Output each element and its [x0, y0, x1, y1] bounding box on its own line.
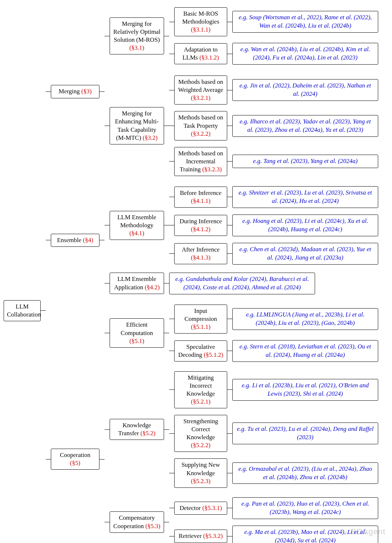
node-ensemble-before: Before Inference (§4.1.1): [174, 187, 227, 208]
node-mros-basic: Basic M-ROS Methodologies (§3.1.1): [174, 7, 227, 36]
leaf-speculative: e.g. Stern et al. (2018), Leviathan et a…: [232, 340, 378, 362]
leaf-mmtc-weighted: e.g. Jin et al. (2022), Daheim et al. (2…: [232, 79, 378, 101]
node-merging: Merging (§3): [51, 85, 99, 98]
leaf-ensemble-app: e.g. Gundabathula and Kolar (2024), Bara…: [169, 273, 315, 294]
node-ensemble: Ensemble (§4): [51, 234, 99, 247]
node-mros: Merging for Relatively Optimal Solution …: [110, 17, 164, 54]
node-ensemble-during: During Inference (§4.1.2): [174, 215, 227, 236]
leaf-kt-mitigate: e.g. Li et al. (2023b), Liu et al. (2021…: [232, 379, 378, 401]
leaf-kt-strengthen: e.g. Tu et al. (2023), Lu et al. (2024a)…: [232, 422, 378, 444]
node-mmtc-task: Methods based on Task Property (§3.2.2): [174, 111, 227, 140]
node-kt-strengthen: Strengthening Correct Knowledge (§5.2.2): [174, 415, 227, 452]
leaf-ensemble-after: e.g. Chen et al. (2023d), Madaan et al. …: [232, 243, 378, 265]
node-kt-supply: Supplying New Knowledge (§5.2.3): [174, 458, 227, 487]
node-mros-adapt: Adaptation to LLMs (§3.1.2): [174, 43, 227, 64]
node-mmtc-incremental: Methods based on Incremental Training (§…: [174, 147, 227, 176]
node-ensemble-method: LLM Ensemble Methodology (§4.1): [110, 211, 164, 240]
watermark: BDAgent: [339, 527, 385, 536]
leaf-detector: e.g. Pan et al. (2023), Huo et al. (2023…: [232, 497, 378, 519]
node-detector: Detector (§5.3.1): [174, 502, 227, 515]
node-ensemble-app: LLM Ensemble Application (§4.2): [110, 273, 164, 294]
leaf-kt-supply: e.g. Ormazabal et al. (2023), (Liu et al…: [232, 462, 378, 484]
node-ensemble-after: After Inference (§4.1.3): [174, 243, 227, 264]
node-speculative: Speculative Decoding (§5.1.2): [174, 340, 227, 362]
svg-point-1: [344, 531, 348, 535]
node-input-compression: Input Compression (§5.1.1): [174, 305, 227, 334]
node-retriever: Retriever (§5.3.2): [174, 530, 227, 543]
node-kt-mitigate: Mitigating Incorrect Knowledge (§5.2.1): [174, 371, 227, 408]
root-node: LLM Collaboration: [4, 300, 41, 321]
leaf-mros-adapt: e.g. Wan et al. (2024b), Liu et al. (202…: [232, 43, 378, 65]
leaf-ensemble-before: e.g. Shnitzer et al. (2023), Lu et al. (…: [232, 186, 378, 208]
node-mmtc-weighted: Methods based on Weighted Average (§3.2.…: [174, 75, 227, 105]
node-knowledge-transfer: Knowledge Transfer (§5.2): [110, 419, 164, 440]
taxonomy-tree: LLM Collaboration Merging (§3) Merging f…: [4, 7, 388, 543]
node-compensatory: Compensatory Cooperation (§5.3): [110, 511, 164, 532]
root-text: LLM Collaboration: [7, 303, 41, 318]
leaf-mmtc-task: e.g. Ilharco et al. (2023), Yadav et al.…: [232, 115, 378, 137]
node-efficient: Efficient Computation (§5.1): [110, 318, 164, 347]
leaf-mmtc-incremental: e.g. Tang et al. (2023), Yang et al. (20…: [232, 155, 378, 168]
wechat-icon: [339, 527, 349, 536]
leaf-input-compression: e.g. LLMLINGUA (Jiang et al., 2023b), Li…: [232, 308, 378, 330]
node-mmtc: Merging for Enhancing Multi-Task Capabil…: [110, 107, 164, 144]
leaf-mros-basic: e.g. Soup (Wortsman et al., 2022), Rame …: [232, 11, 378, 33]
leaf-ensemble-during: e.g. Hoang et al. (2023), Li et al. (202…: [232, 215, 378, 236]
node-cooperation: Cooperation (§5): [51, 449, 99, 470]
